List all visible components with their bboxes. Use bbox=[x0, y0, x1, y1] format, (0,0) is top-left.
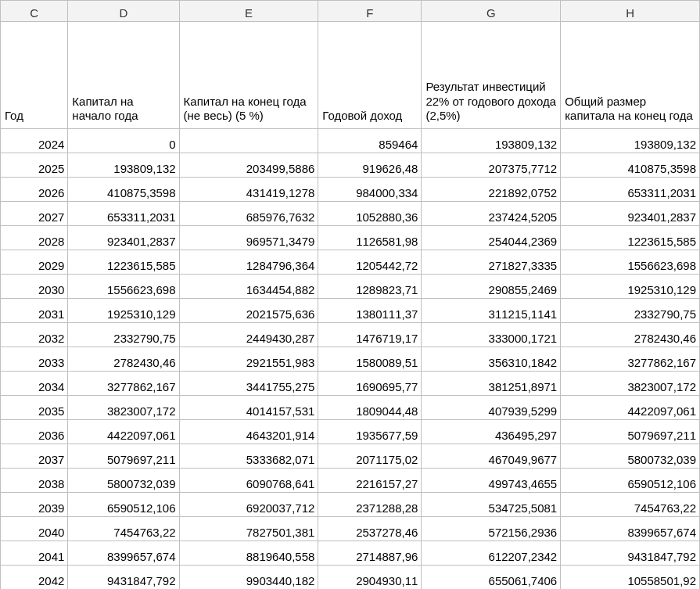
cell-D[interactable]: 2782430,46 bbox=[68, 347, 179, 372]
cell-H[interactable]: 8399657,674 bbox=[561, 517, 700, 541]
cell-G[interactable]: 436495,297 bbox=[422, 420, 561, 444]
cell-D[interactable]: 9431847,792 bbox=[68, 566, 179, 590]
cell-D[interactable]: 653311,2031 bbox=[68, 202, 179, 226]
cell-D[interactable]: 7454763,22 bbox=[68, 517, 179, 541]
cell-E[interactable]: 2921551,983 bbox=[179, 347, 318, 372]
cell-D[interactable]: 1223615,585 bbox=[68, 250, 179, 275]
cell-D[interactable]: 5800732,039 bbox=[68, 469, 179, 493]
cell-C[interactable]: 2040 bbox=[1, 517, 68, 541]
cell-E[interactable]: 4014157,531 bbox=[179, 396, 318, 420]
cell-D[interactable]: 1556623,698 bbox=[68, 275, 179, 299]
cell-E[interactable]: 8819640,558 bbox=[179, 541, 318, 566]
cell-C[interactable]: 2028 bbox=[1, 226, 68, 250]
table-row[interactable]: 20418399657,6748819640,5582714887,966122… bbox=[1, 541, 700, 566]
cell-E[interactable]: 1634454,882 bbox=[179, 275, 318, 299]
cell-G[interactable]: 237424,5205 bbox=[422, 202, 561, 226]
cell-C[interactable]: 2024 bbox=[1, 129, 68, 153]
table-row[interactable]: 20385800732,0396090768,6412216157,274997… bbox=[1, 469, 700, 493]
cell-C[interactable]: 2032 bbox=[1, 323, 68, 347]
cell-D[interactable]: 1925310,129 bbox=[68, 299, 179, 323]
cell-F[interactable]: 984000,334 bbox=[318, 178, 422, 202]
cell-H[interactable]: 10558501,92 bbox=[561, 566, 700, 590]
cell-F[interactable]: 1935677,59 bbox=[318, 420, 422, 444]
cell-G[interactable]: 207375,7712 bbox=[422, 153, 561, 178]
table-row[interactable]: 20429431847,7929903440,1822904930,116550… bbox=[1, 566, 700, 590]
cell-E[interactable]: 5333682,071 bbox=[179, 444, 318, 469]
cell-D[interactable]: 0 bbox=[68, 129, 179, 153]
cell-C[interactable]: 2035 bbox=[1, 396, 68, 420]
cell-G[interactable]: 534725,5081 bbox=[422, 493, 561, 517]
cell-G[interactable]: 290855,2469 bbox=[422, 275, 561, 299]
cell-C[interactable]: 2025 bbox=[1, 153, 68, 178]
col-letter-D[interactable]: D bbox=[68, 1, 179, 22]
cell-G[interactable]: 311215,1141 bbox=[422, 299, 561, 323]
col-letter-G[interactable]: G bbox=[422, 1, 561, 22]
table-row[interactable]: 2026410875,3598431419,1278984000,3342218… bbox=[1, 178, 700, 202]
cell-C[interactable]: 2030 bbox=[1, 275, 68, 299]
cell-H[interactable]: 653311,2031 bbox=[561, 178, 700, 202]
cell-H[interactable]: 3277862,167 bbox=[561, 347, 700, 372]
cell-G[interactable]: 271827,3335 bbox=[422, 250, 561, 275]
cell-F[interactable]: 1809044,48 bbox=[318, 396, 422, 420]
cell-C[interactable]: 2027 bbox=[1, 202, 68, 226]
table-row[interactable]: 20311925310,1292021575,6361380111,373112… bbox=[1, 299, 700, 323]
cell-C[interactable]: 2036 bbox=[1, 420, 68, 444]
cell-C[interactable]: 2037 bbox=[1, 444, 68, 469]
table-row[interactable]: 2028923401,2837969571,34791126581,982540… bbox=[1, 226, 700, 250]
table-row[interactable]: 20375079697,2115333682,0712071175,024670… bbox=[1, 444, 700, 469]
cell-H[interactable]: 1925310,129 bbox=[561, 275, 700, 299]
cell-H[interactable]: 1556623,698 bbox=[561, 250, 700, 275]
table-row[interactable]: 20364422097,0614643201,9141935677,594364… bbox=[1, 420, 700, 444]
cell-E[interactable]: 203499,5886 bbox=[179, 153, 318, 178]
header-start-cap[interactable]: Капитал на начало года bbox=[68, 22, 179, 129]
cell-F[interactable]: 1289823,71 bbox=[318, 275, 422, 299]
cell-D[interactable]: 2332790,75 bbox=[68, 323, 179, 347]
cell-E[interactable]: 969571,3479 bbox=[179, 226, 318, 250]
cell-G[interactable]: 254044,2369 bbox=[422, 226, 561, 250]
cell-G[interactable]: 467049,9677 bbox=[422, 444, 561, 469]
cell-G[interactable]: 655061,7406 bbox=[422, 566, 561, 590]
cell-E[interactable]: 1284796,364 bbox=[179, 250, 318, 275]
cell-E[interactable]: 4643201,914 bbox=[179, 420, 318, 444]
cell-D[interactable]: 3823007,172 bbox=[68, 396, 179, 420]
cell-F[interactable]: 2904930,11 bbox=[318, 566, 422, 590]
cell-C[interactable]: 2031 bbox=[1, 299, 68, 323]
table-row[interactable]: 20240859464193809,132193809,132 bbox=[1, 129, 700, 153]
cell-H[interactable]: 9431847,792 bbox=[561, 541, 700, 566]
cell-G[interactable]: 221892,0752 bbox=[422, 178, 561, 202]
table-row[interactable]: 20396590512,1066920037,7122371288,285347… bbox=[1, 493, 700, 517]
cell-H[interactable]: 4422097,061 bbox=[561, 396, 700, 420]
cell-F[interactable]: 859464 bbox=[318, 129, 422, 153]
header-total-cap[interactable]: Общий размер капитала на конец года bbox=[561, 22, 700, 129]
header-invest-res[interactable]: Результат инвестиций 22% от годового дох… bbox=[422, 22, 561, 129]
cell-C[interactable]: 2042 bbox=[1, 566, 68, 590]
col-letter-H[interactable]: H bbox=[561, 1, 700, 22]
cell-F[interactable]: 2537278,46 bbox=[318, 517, 422, 541]
header-year[interactable]: Год bbox=[1, 22, 68, 129]
cell-G[interactable]: 499743,4655 bbox=[422, 469, 561, 493]
cell-D[interactable]: 3277862,167 bbox=[68, 372, 179, 396]
cell-C[interactable]: 2026 bbox=[1, 178, 68, 202]
cell-F[interactable]: 1476719,17 bbox=[318, 323, 422, 347]
cell-G[interactable]: 407939,5299 bbox=[422, 396, 561, 420]
cell-H[interactable]: 2332790,75 bbox=[561, 299, 700, 323]
cell-D[interactable]: 8399657,674 bbox=[68, 541, 179, 566]
cell-F[interactable]: 1580089,51 bbox=[318, 347, 422, 372]
cell-F[interactable]: 2071175,02 bbox=[318, 444, 422, 469]
cell-D[interactable]: 4422097,061 bbox=[68, 420, 179, 444]
cell-H[interactable]: 410875,3598 bbox=[561, 153, 700, 178]
cell-C[interactable]: 2038 bbox=[1, 469, 68, 493]
table-row[interactable]: 20301556623,6981634454,8821289823,712908… bbox=[1, 275, 700, 299]
col-letter-F[interactable]: F bbox=[318, 1, 422, 22]
cell-H[interactable]: 2782430,46 bbox=[561, 323, 700, 347]
cell-C[interactable]: 2029 bbox=[1, 250, 68, 275]
cell-F[interactable]: 1052880,36 bbox=[318, 202, 422, 226]
table-row[interactable]: 20407454763,227827501,3812537278,4657215… bbox=[1, 517, 700, 541]
cell-F[interactable]: 1690695,77 bbox=[318, 372, 422, 396]
cell-E[interactable]: 2021575,636 bbox=[179, 299, 318, 323]
cell-F[interactable]: 919626,48 bbox=[318, 153, 422, 178]
table-row[interactable]: 20291223615,5851284796,3641205442,722718… bbox=[1, 250, 700, 275]
cell-G[interactable]: 333000,1721 bbox=[422, 323, 561, 347]
header-annual-inc[interactable]: Годовой доход bbox=[318, 22, 422, 129]
cell-C[interactable]: 2034 bbox=[1, 372, 68, 396]
